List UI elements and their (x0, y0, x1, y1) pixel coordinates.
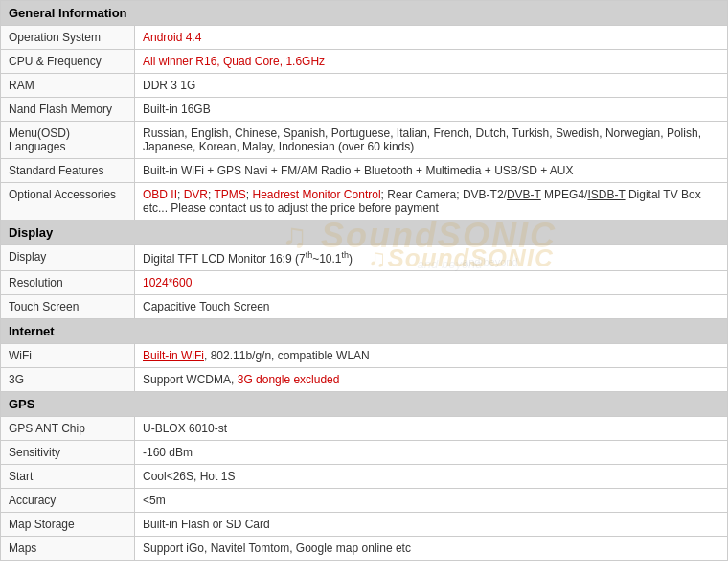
row-label: Menu(OSD) Languages (1, 122, 135, 159)
section-header: General Information (1, 1, 728, 26)
table-row: Accuracy<5m (1, 489, 728, 513)
row-label: Standard Features (1, 159, 135, 183)
row-label: Map Storage (1, 513, 135, 537)
table-row: Map StorageBuilt-in Flash or SD Card (1, 513, 728, 537)
row-value: U-BLOX 6010-st (135, 417, 728, 441)
row-value: Built-in Flash or SD Card (135, 513, 728, 537)
row-label: GPS ANT Chip (1, 417, 135, 441)
row-value: Support iGo, Navitel Tomtom, Google map … (135, 537, 728, 561)
table-row: CPU & FrequencyAll winner R16, Quad Core… (1, 50, 728, 74)
row-label: Optional Accessories (1, 183, 135, 220)
row-label: RAM (1, 74, 135, 98)
row-value: Capacitive Touch Screen (135, 295, 728, 319)
table-row: 3GSupport WCDMA, 3G dongle excluded (1, 368, 728, 392)
table-row: MapsSupport iGo, Navitel Tomtom, Google … (1, 537, 728, 561)
row-label: Start (1, 465, 135, 489)
table-row: Touch ScreenCapacitive Touch Screen (1, 295, 728, 319)
row-label: WiFi (1, 344, 135, 368)
table-row: Operation SystemAndroid 4.4 (1, 26, 728, 50)
table-row: StartCool<26S, Hot 1S (1, 465, 728, 489)
table-row: Menu(OSD) LanguagesRussian, English, Chi… (1, 122, 728, 159)
row-value: Support WCDMA, 3G dongle excluded (135, 368, 728, 392)
row-value: 1024*600 (135, 271, 728, 295)
row-label: Display (1, 245, 135, 271)
row-value: <5m (135, 489, 728, 513)
row-value: Built-in 16GB (135, 98, 728, 122)
row-value: Russian, English, Chinese, Spanish, Port… (135, 122, 728, 159)
row-label: CPU & Frequency (1, 50, 135, 74)
table-row: WiFiBuilt-in WiFi, 802.11b/g/n, compatib… (1, 344, 728, 368)
row-value: Android 4.4 (135, 26, 728, 50)
row-label: Operation System (1, 26, 135, 50)
section-header: Internet (1, 319, 728, 344)
row-value: -160 dBm (135, 441, 728, 465)
table-row: RAMDDR 3 1G (1, 74, 728, 98)
section-header: Display (1, 220, 728, 245)
table-row: GPS ANT ChipU-BLOX 6010-st (1, 417, 728, 441)
table-row: Standard FeaturesBuilt-in WiFi + GPS Nav… (1, 159, 728, 183)
row-label: Maps (1, 537, 135, 561)
row-label: Touch Screen (1, 295, 135, 319)
row-label: Nand Flash Memory (1, 98, 135, 122)
table-row: Resolution1024*600 (1, 271, 728, 295)
section-header: GPS (1, 392, 728, 417)
table-row: Optional AccessoriesOBD II; DVR; TPMS; H… (1, 183, 728, 220)
table-row: Sensitivity-160 dBm (1, 441, 728, 465)
row-label: Resolution (1, 271, 135, 295)
row-label: 3G (1, 368, 135, 392)
row-value: Digital TFT LCD Monitor 16:9 (7th~10.1th… (135, 245, 728, 271)
row-value: Cool<26S, Hot 1S (135, 465, 728, 489)
row-value: Built-in WiFi + GPS Navi + FM/AM Radio +… (135, 159, 728, 183)
row-value: DDR 3 1G (135, 74, 728, 98)
table-row: DisplayDigital TFT LCD Monitor 16:9 (7th… (1, 245, 728, 271)
row-value: Built-in WiFi, 802.11b/g/n, compatible W… (135, 344, 728, 368)
table-row: Nand Flash MemoryBuilt-in 16GB (1, 98, 728, 122)
row-value: All winner R16, Quad Core, 1.6GHz (135, 50, 728, 74)
specs-table: General InformationOperation SystemAndro… (0, 0, 728, 561)
row-label: Sensitivity (1, 441, 135, 465)
row-value: OBD II; DVR; TPMS; Headrest Monitor Cont… (135, 183, 728, 220)
row-label: Accuracy (1, 489, 135, 513)
